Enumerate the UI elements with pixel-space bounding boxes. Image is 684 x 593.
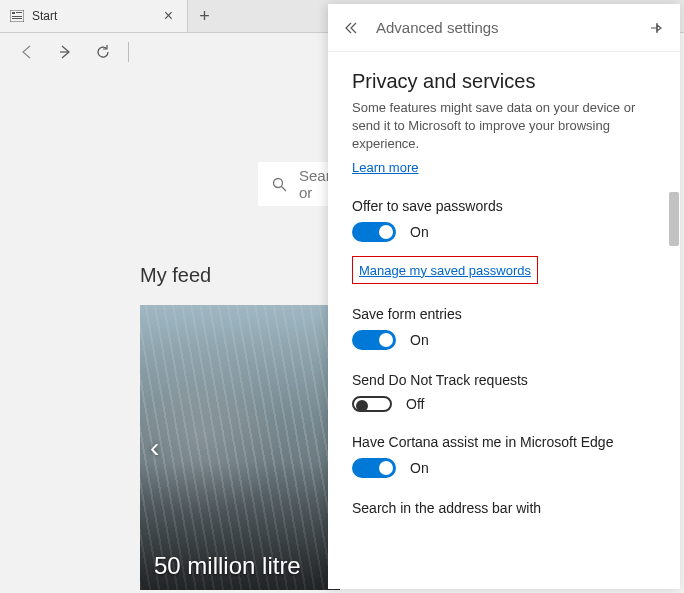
cortana-state: On [410, 460, 429, 476]
section-description: Some features might save data on your de… [352, 99, 656, 154]
svg-rect-1 [12, 12, 15, 14]
pin-button[interactable] [648, 20, 664, 36]
settings-panel: Advanced settings Privacy and services S… [328, 4, 680, 589]
feed-prev-icon[interactable]: ‹ [150, 432, 159, 464]
svg-point-23 [274, 178, 283, 187]
form-entries-state: On [410, 332, 429, 348]
address-search-label: Search in the address bar with [352, 500, 656, 516]
toolbar-separator [128, 42, 129, 62]
save-passwords-toggle[interactable] [352, 222, 396, 242]
cortana-label: Have Cortana assist me in Microsoft Edge [352, 434, 656, 450]
back-button[interactable] [8, 33, 46, 71]
dnt-toggle[interactable] [352, 396, 392, 412]
manage-passwords-highlight: Manage my saved passwords [352, 256, 538, 284]
panel-title: Advanced settings [376, 19, 648, 36]
svg-line-24 [282, 186, 287, 191]
feed-headline: 50 million litre [154, 552, 301, 580]
scroll-thumb[interactable] [669, 192, 679, 246]
new-tab-button[interactable]: + [188, 0, 221, 32]
svg-rect-2 [16, 12, 22, 13]
panel-scrollbar[interactable] [668, 52, 680, 589]
dnt-state: Off [406, 396, 424, 412]
cortana-toggle[interactable] [352, 458, 396, 478]
forward-button[interactable] [46, 33, 84, 71]
form-entries-label: Save form entries [352, 306, 656, 322]
section-heading: Privacy and services [352, 70, 656, 93]
dnt-label: Send Do Not Track requests [352, 372, 656, 388]
panel-back-button[interactable] [344, 22, 360, 34]
save-passwords-label: Offer to save passwords [352, 198, 656, 214]
tab-page-icon [10, 9, 24, 23]
tab-title: Start [32, 9, 160, 23]
search-icon [272, 177, 287, 192]
svg-rect-3 [12, 16, 22, 17]
learn-more-link[interactable]: Learn more [352, 160, 418, 175]
feed-card[interactable]: ‹ 50 million litre [140, 305, 340, 590]
panel-header: Advanced settings [328, 4, 680, 52]
tab-close-button[interactable]: × [160, 7, 177, 25]
svg-rect-4 [12, 18, 22, 19]
save-passwords-state: On [410, 224, 429, 240]
panel-body: Privacy and services Some features might… [328, 52, 680, 589]
tab-start[interactable]: Start × [0, 0, 188, 32]
refresh-button[interactable] [84, 33, 122, 71]
manage-passwords-link[interactable]: Manage my saved passwords [359, 263, 531, 278]
form-entries-toggle[interactable] [352, 330, 396, 350]
feed-heading: My feed [140, 264, 211, 287]
